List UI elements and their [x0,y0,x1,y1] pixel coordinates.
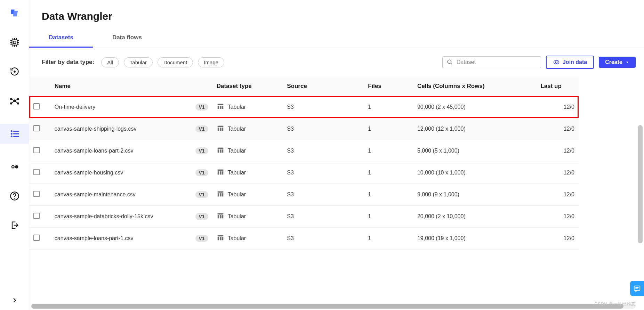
svg-line-23 [15,101,18,104]
vertical-scrollbar[interactable] [638,125,643,243]
dataset-last-updated: 12/0 [536,184,579,206]
table-row[interactable]: On-time-deliveryV1TabularS3190,000 (2 x … [29,96,579,118]
dataset-name: On-time-delivery [55,104,95,110]
filter-pill-document[interactable]: Document [158,57,193,67]
svg-rect-64 [220,237,222,240]
row-checkbox[interactable] [33,147,40,153]
logout-icon[interactable] [8,219,21,231]
svg-rect-54 [217,191,223,193]
svg-rect-53 [222,171,223,174]
row-checkbox[interactable] [33,235,40,241]
filter-pill-image[interactable]: Image [198,57,224,67]
dataset-type: Tabular [228,191,246,198]
table-row[interactable]: canvas-sample-housing.csvV1TabularS3110,… [29,162,579,184]
venn-icon [553,59,560,66]
row-checkbox[interactable] [33,125,40,131]
datasets-table: Name Dataset type Source Files Cells (Co… [29,76,579,250]
dataset-files: 1 [364,96,413,118]
svg-rect-47 [217,149,219,153]
row-checkbox[interactable] [33,103,40,109]
table-row[interactable]: canvas-sample-loans-part-1.csvV1TabularS… [29,228,579,250]
svg-rect-45 [222,128,223,131]
search-box[interactable] [442,56,541,68]
svg-rect-39 [217,106,219,109]
caret-down-icon [625,60,629,64]
tabular-icon [217,124,224,133]
filter-pill-all[interactable]: All [101,57,119,67]
search-input[interactable] [457,59,537,65]
horizontal-scrollbar[interactable] [31,304,636,309]
refresh-icon[interactable] [8,65,21,78]
dataset-files: 1 [364,206,413,228]
dataset-type: Tabular [228,213,246,220]
row-checkbox[interactable] [33,191,40,197]
column-last-updated[interactable]: Last up [536,76,579,96]
table-scroll[interactable]: Name Dataset type Source Files Cells (Co… [29,76,644,310]
version-tag: V1 [195,169,208,176]
svg-rect-61 [222,215,223,218]
main-content: Data Wrangler Datasets Data flows Filter… [29,0,644,310]
chevron-right-icon[interactable] [8,294,21,307]
table-row[interactable]: canvas-sample-shipping-logs.csvV1Tabular… [29,118,579,140]
dataset-files: 1 [364,118,413,140]
column-name[interactable]: Name [50,76,212,96]
dataset-source: S3 [283,206,364,228]
column-type[interactable]: Dataset type [212,76,283,96]
row-checkbox[interactable] [33,169,40,175]
column-checkbox [29,76,50,96]
svg-line-35 [451,63,452,64]
tabular-icon [217,190,224,199]
filter-pill-tabular[interactable]: Tabular [124,57,153,67]
table-row[interactable]: canvas-sample-databricks-dolly-15k.csvV1… [29,206,579,228]
dataset-files: 1 [364,162,413,184]
graph-node-icon[interactable] [8,95,21,107]
dataset-name: canvas-sample-loans-part-1.csv [55,235,134,242]
tabular-icon [217,103,224,112]
app-logo-icon[interactable] [8,7,21,19]
svg-rect-66 [634,286,640,291]
chat-button[interactable] [630,281,644,296]
dataset-source: S3 [283,228,364,250]
page-title: Data Wrangler [29,0,644,28]
tab-datasets[interactable]: Datasets [29,28,93,48]
row-checkbox[interactable] [33,213,40,219]
svg-rect-0 [12,40,17,45]
table-row[interactable]: canvas-sample-loans-part-2.csvV1TabularS… [29,140,579,162]
nav-item-data-wrangler[interactable] [0,124,29,144]
column-files[interactable]: Files [364,76,413,96]
dataset-cells: 12,000 (12 x 1,000) [413,118,536,140]
column-cells[interactable]: Cells (Columns x Rows) [413,76,536,96]
tabular-icon [217,212,224,221]
version-tag: V1 [195,235,208,242]
left-nav [0,0,29,310]
watermark: CSDN @一见已难忘 [594,301,636,307]
svg-rect-59 [217,215,219,218]
svg-rect-56 [220,193,222,196]
svg-point-34 [448,60,451,63]
svg-rect-49 [222,149,223,153]
svg-rect-1 [13,41,16,44]
help-icon[interactable] [8,190,21,202]
column-source[interactable]: Source [283,76,364,96]
svg-point-30 [11,166,14,168]
svg-rect-41 [222,106,223,109]
svg-rect-51 [217,171,219,174]
dots-icon[interactable] [8,161,21,173]
dataset-cells: 20,000 (2 x 10,000) [413,206,536,228]
svg-rect-63 [217,237,219,240]
create-button[interactable]: Create [599,57,636,68]
svg-rect-46 [217,148,223,149]
dataset-name: canvas-sample-housing.csv [55,170,123,176]
tab-dataflows[interactable]: Data flows [93,28,161,48]
dataset-name: canvas-sample-loans-part-2.csv [55,148,134,154]
svg-rect-42 [217,126,223,127]
dataset-type: Tabular [228,235,246,242]
chip-icon[interactable] [8,36,21,49]
tabular-icon [217,168,224,177]
table-row[interactable]: canvas-sample-maintenance.csvV1TabularS3… [29,184,579,206]
svg-rect-50 [217,170,223,171]
dataset-files: 1 [364,140,413,162]
join-data-button[interactable]: Join data [546,56,594,69]
svg-rect-58 [217,213,223,215]
dataset-name: canvas-sample-maintenance.csv [55,191,136,198]
